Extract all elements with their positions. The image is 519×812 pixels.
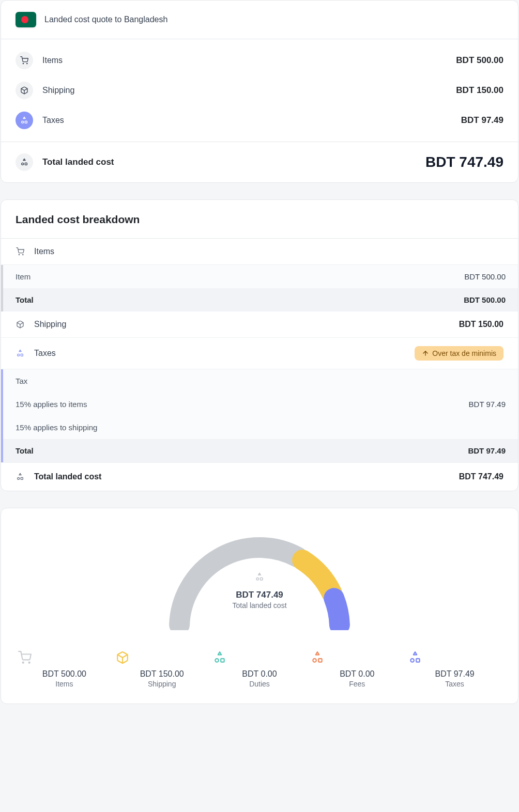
gauge-center-label: Total landed cost [156, 601, 363, 610]
box-icon [116, 651, 208, 664]
total-value: BDT 747.49 [425, 154, 503, 170]
table-row: 15% applies to shipping [1, 416, 518, 439]
items-label: Items [42, 56, 63, 65]
breakdown-taxes-total: Total BDT 97.49 [1, 439, 518, 462]
total-label: Total landed cost [42, 157, 114, 167]
breakdown-items-rows: Item BDT 500.00 Total BDT 500.00 [1, 265, 518, 311]
legend-shipping: BDT 150.00 Shipping [116, 651, 208, 688]
breakdown-final-value: BDT 747.49 [459, 472, 503, 481]
svg-rect-23 [318, 659, 322, 662]
svg-rect-4 [25, 121, 27, 123]
svg-point-0 [23, 63, 23, 64]
breakdown-final-label: Total landed cost [34, 472, 101, 481]
svg-rect-16 [261, 578, 263, 581]
shapes-icon [16, 112, 33, 129]
cart-icon [16, 247, 25, 256]
shapes-icon [16, 472, 25, 481]
gauge-chart: BDT 747.49 Total landed cost [156, 527, 363, 630]
breakdown-taxes-rows: Tax 15% applies to items BDT 97.49 15% a… [1, 369, 518, 462]
gauge-center-value: BDT 747.49 [156, 590, 363, 600]
summary-row-items: Items BDT 500.00 [1, 45, 518, 75]
total-section: Total landed cost BDT 747.49 [1, 142, 518, 182]
taxes-label: Taxes [42, 116, 64, 125]
svg-point-18 [28, 662, 29, 663]
svg-rect-14 [21, 477, 23, 479]
shapes-icon [255, 572, 264, 582]
summary-rows: Items BDT 500.00 Shipping BDT 150.00 Tax… [1, 39, 518, 142]
svg-point-5 [22, 163, 24, 165]
table-row: 15% applies to items BDT 97.49 [1, 393, 518, 416]
shapes-icon [16, 153, 33, 171]
quote-summary-card: Landed cost quote to Bangladesh Items BD… [1, 0, 518, 183]
summary-row-taxes: Taxes BDT 97.49 [1, 105, 518, 135]
breakdown-items-total: Total BDT 500.00 [1, 288, 518, 311]
taxes-value: BDT 97.49 [461, 115, 503, 126]
gauge-card: BDT 747.49 Total landed cost BDT 500.00 … [1, 508, 518, 704]
table-row: Tax [1, 369, 518, 393]
items-value: BDT 500.00 [456, 55, 503, 66]
legend-taxes: BDT 97.49 Taxes [408, 651, 501, 688]
svg-rect-25 [416, 659, 420, 662]
svg-rect-6 [25, 163, 27, 165]
cart-icon [18, 651, 111, 664]
breakdown-items-head: Items [1, 239, 518, 265]
flag-bangladesh [16, 12, 36, 27]
breakdown-items-label: Items [34, 247, 54, 256]
svg-point-1 [27, 63, 27, 64]
svg-point-24 [410, 659, 414, 662]
quote-title: Landed cost quote to Bangladesh [44, 15, 167, 24]
legend-items: BDT 500.00 Items [18, 651, 111, 688]
svg-point-17 [22, 662, 23, 663]
legend-duties: BDT 0.00 Duties [213, 651, 306, 688]
quote-header: Landed cost quote to Bangladesh [1, 1, 518, 39]
shipping-label: Shipping [42, 86, 74, 95]
shapes-icon [408, 651, 501, 664]
cart-icon [16, 52, 33, 69]
svg-point-7 [19, 254, 19, 255]
breakdown-title: Landed cost breakdown [1, 200, 518, 239]
svg-rect-21 [221, 659, 224, 662]
breakdown-shipping-head: Shipping BDT 150.00 [1, 311, 518, 338]
svg-point-13 [18, 477, 20, 479]
shapes-icon [311, 651, 403, 664]
box-icon [16, 320, 25, 329]
shapes-icon [213, 651, 306, 664]
svg-point-8 [23, 254, 23, 255]
shapes-icon [16, 349, 25, 358]
svg-point-22 [313, 659, 316, 662]
box-icon [16, 82, 33, 99]
de-minimis-pill: Over tax de minimis [415, 346, 503, 361]
breakdown-card: Landed cost breakdown Items Item BDT 500… [1, 199, 518, 491]
gauge-legend: BDT 500.00 Items BDT 150.00 Shipping BDT… [16, 651, 503, 688]
breakdown-taxes-head: Taxes Over tax de minimis [1, 338, 518, 369]
svg-point-3 [22, 121, 24, 123]
breakdown-final: Total landed cost BDT 747.49 [1, 462, 518, 491]
shipping-value: BDT 150.00 [456, 85, 503, 96]
svg-point-15 [256, 578, 259, 581]
svg-point-10 [18, 354, 20, 356]
breakdown-taxes-label: Taxes [34, 349, 56, 358]
svg-point-20 [216, 659, 219, 662]
table-row: Item BDT 500.00 [1, 265, 518, 288]
summary-row-shipping: Shipping BDT 150.00 [1, 75, 518, 105]
breakdown-shipping-label: Shipping [34, 320, 66, 329]
breakdown-shipping-value: BDT 150.00 [459, 320, 503, 329]
legend-fees: BDT 0.00 Fees [311, 651, 403, 688]
gauge-center: BDT 747.49 Total landed cost [156, 572, 363, 610]
svg-rect-11 [21, 354, 23, 356]
arrow-up-icon [422, 350, 429, 357]
